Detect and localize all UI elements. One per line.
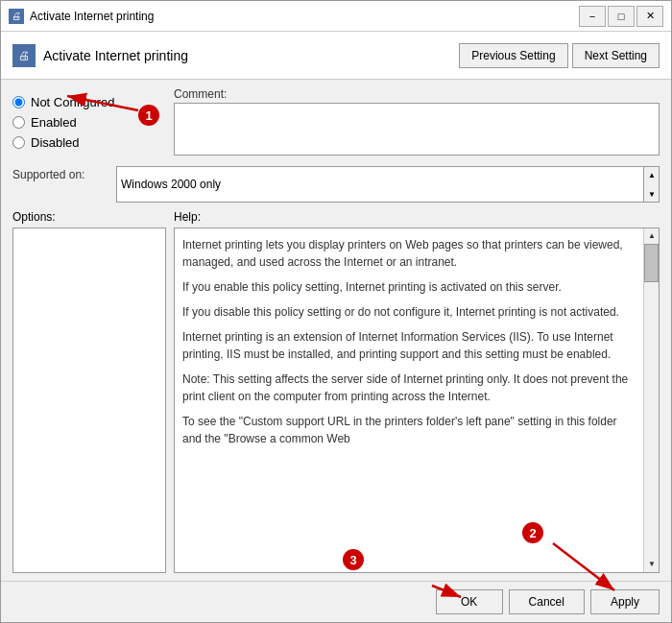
main-content: Not Configured Enabled Disabled Comme (1, 80, 671, 581)
help-title: Help: (174, 210, 660, 224)
disabled-radio[interactable]: Disabled (12, 135, 166, 150)
close-button[interactable]: ✕ (636, 6, 663, 27)
comment-label: Comment: (174, 87, 660, 101)
next-setting-button[interactable]: Next Setting (572, 43, 660, 68)
supported-label: Supported on: (12, 166, 108, 181)
cancel-button[interactable]: Cancel (509, 589, 585, 614)
help-scrollbar: ▲ ▼ (643, 228, 659, 572)
help-panel: Help: Internet printing lets you display… (174, 210, 660, 573)
help-text: Internet printing lets you display print… (182, 236, 651, 455)
comment-textarea[interactable] (174, 103, 660, 156)
ok-button[interactable]: OK (436, 589, 503, 614)
header-title: Activate Internet printing (43, 48, 188, 63)
minimize-button[interactable]: − (579, 6, 606, 27)
window-title: Activate Internet printing (30, 10, 154, 23)
scrollbar-thumb[interactable] (644, 244, 659, 282)
supported-row: Supported on: Windows 2000 only ▲ ▼ (12, 166, 660, 203)
window-controls: − □ ✕ (579, 6, 663, 27)
options-panel: Options: (12, 210, 166, 573)
enabled-radio[interactable]: Enabled (12, 115, 166, 130)
header-icon: 🖨 (12, 44, 36, 67)
titlebar: 🖨 Activate Internet printing − □ ✕ (1, 1, 671, 32)
nav-buttons: Previous Setting Next Setting (459, 43, 660, 68)
comment-section: Comment: (174, 87, 660, 158)
scroll-up[interactable]: ▲ (644, 167, 660, 182)
maximize-button[interactable]: □ (608, 6, 635, 27)
window-icon: 🖨 (9, 9, 24, 24)
radio-section: Not Configured Enabled Disabled (12, 87, 166, 158)
not-configured-radio[interactable]: Not Configured (12, 95, 166, 109)
scrollbar-track (644, 244, 659, 557)
scroll-down[interactable]: ▼ (644, 186, 660, 202)
options-box (12, 228, 166, 573)
footer: OK Cancel Apply (1, 581, 671, 622)
panels-row: Options: Help: Internet printing lets yo… (12, 210, 660, 573)
supported-value: Windows 2000 only (121, 178, 238, 191)
help-scroll-up[interactable]: ▲ (644, 228, 660, 244)
prev-setting-button[interactable]: Previous Setting (459, 43, 567, 68)
supported-box: Windows 2000 only ▲ ▼ (116, 166, 660, 203)
header-bar: 🖨 Activate Internet printing Previous Se… (1, 32, 671, 80)
options-title: Options: (12, 210, 166, 224)
help-scroll-down[interactable]: ▼ (644, 557, 660, 572)
help-box: Internet printing lets you display print… (174, 228, 660, 573)
apply-button[interactable]: Apply (590, 589, 660, 614)
